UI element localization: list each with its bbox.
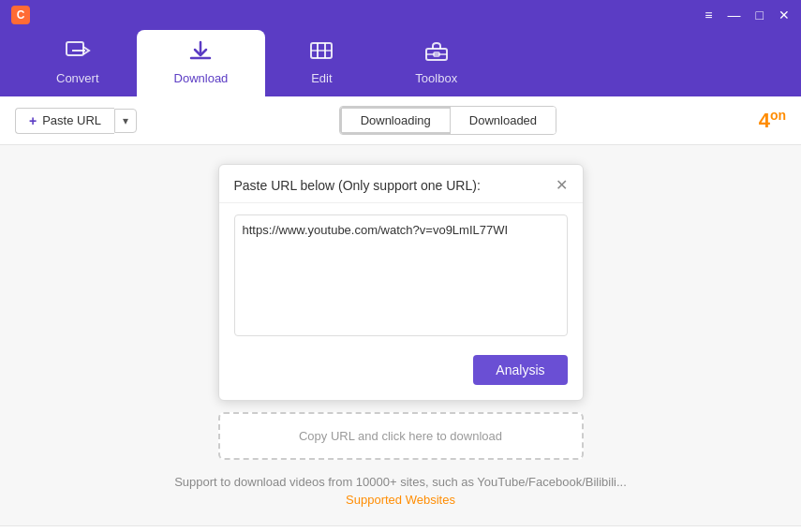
logo-on-text: on [770,108,786,123]
nav-label-toolbox: Toolbox [415,71,457,85]
nav-item-toolbox[interactable]: Toolbox [378,30,495,96]
paste-url-button[interactable]: + Paste URL [15,108,114,134]
dialog-footer: Analysis [219,355,583,400]
convert-icon [65,39,91,66]
drop-zone[interactable]: Copy URL and click here to download [218,412,584,460]
dialog-title: Paste URL below (Only support one URL): [234,178,481,193]
logo-4on: 4on [759,108,786,133]
paste-url-label: Paste URL [42,113,101,127]
svg-rect-0 [67,42,83,55]
dialog-body [219,203,583,355]
toolbox-icon [423,39,450,66]
minimize-icon[interactable]: — [728,8,741,22]
paste-url-group: + Paste URL ▾ [15,108,137,134]
analysis-button[interactable]: Analysis [473,355,567,385]
tab-downloaded[interactable]: Downloaded [451,107,556,134]
nav-bar: Convert Download Edit [0,30,801,96]
toolbar-row: + Paste URL ▾ Downloading Downloaded 4on [0,96,801,145]
main-content: Paste URL below (Only support one URL): … [0,145,801,525]
dialog-close-button[interactable]: ✕ [556,178,568,193]
plus-icon: + [29,113,37,128]
app-icon: C [11,6,30,24]
paste-url-dropdown[interactable]: ▾ [114,109,137,133]
title-bar-left: C [11,6,30,24]
drop-zone-text: Copy URL and click here to download [299,429,502,443]
nav-item-convert[interactable]: Convert [19,30,137,96]
tab-downloading[interactable]: Downloading [340,107,451,134]
nav-item-download[interactable]: Download [137,30,266,96]
nav-label-convert: Convert [56,71,99,85]
status-bar: Save to: D:\ ▾ 📁 Resume All Pause All [0,525,801,532]
title-bar-controls: ≡ — □ ✕ [705,8,790,22]
nav-label-download: Download [174,71,229,85]
dialog-header: Paste URL below (Only support one URL): … [219,165,583,203]
title-bar: C ≡ — □ ✕ [0,0,801,30]
edit-icon [308,39,334,66]
menu-icon[interactable]: ≡ [705,8,712,22]
support-main-text: Support to download videos from 10000+ s… [174,475,627,489]
url-input[interactable] [234,214,568,336]
nav-item-edit[interactable]: Edit [265,30,378,96]
supported-websites-link[interactable]: Supported Websites [174,493,627,507]
download-icon [187,39,214,66]
close-icon[interactable]: ✕ [779,8,790,22]
url-dialog: Paste URL below (Only support one URL): … [218,164,584,401]
nav-label-edit: Edit [311,71,332,85]
tab-group: Downloading Downloaded [339,106,556,135]
maximize-icon[interactable]: □ [756,8,764,22]
support-text: Support to download videos from 10000+ s… [174,475,627,507]
